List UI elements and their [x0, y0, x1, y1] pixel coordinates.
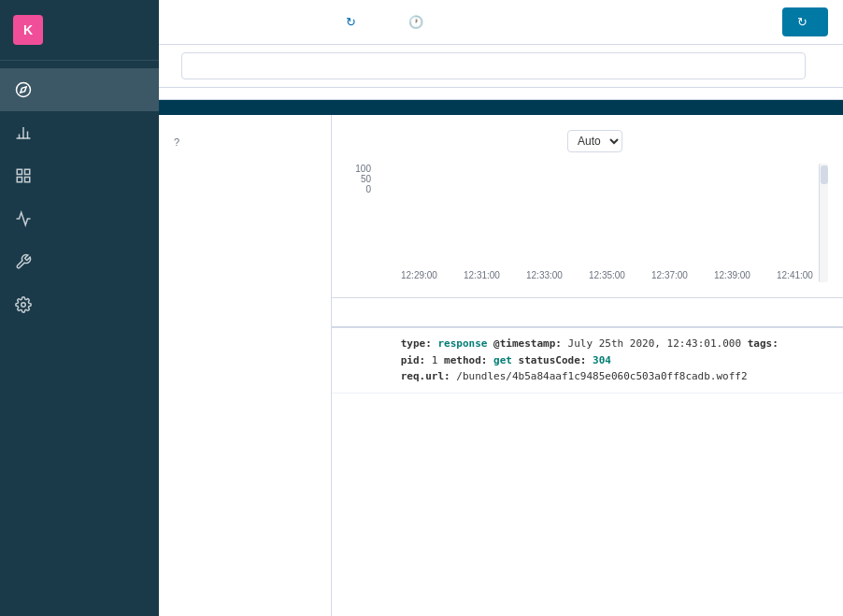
kibana-logo-icon: K: [13, 15, 43, 45]
main-content: ↻ 🕐 ↻ ?: [159, 0, 843, 616]
refresh-button[interactable]: ↻: [782, 7, 828, 36]
source-key-pid: pid:: [401, 354, 426, 366]
available-fields-title: [159, 150, 331, 162]
results-table: type: response @timestamp: July 25th 202…: [332, 298, 843, 616]
chart-bars: [379, 164, 813, 266]
svg-rect-6: [17, 169, 21, 174]
share-button[interactable]: [279, 19, 293, 26]
sidebar-item-discover[interactable]: [0, 68, 159, 111]
source-col-header: [390, 298, 843, 327]
timelion-icon: [13, 208, 34, 229]
sidebar-item-management[interactable]: [0, 283, 159, 326]
refresh-icon: ↻: [797, 15, 807, 29]
options-button[interactable]: [813, 63, 828, 70]
new-button[interactable]: [189, 19, 204, 26]
source-key-status: statusCode:: [519, 354, 587, 366]
gear-icon: [13, 294, 34, 315]
time-nav-next[interactable]: [442, 21, 453, 24]
inspect-button[interactable]: [308, 19, 323, 26]
chart-y-axis: 100 50 0: [347, 164, 375, 194]
wrench-icon: [13, 251, 34, 272]
sidebar-item-dashboard[interactable]: [0, 154, 159, 197]
interval-select[interactable]: Auto 10s 30s 1m 5m: [567, 130, 622, 152]
source-val-type: response: [437, 337, 493, 350]
svg-point-0: [17, 83, 31, 97]
source-key-type: type:: [401, 337, 432, 350]
source-val-pid: 1: [432, 354, 444, 366]
index-pattern-bar: [159, 100, 843, 115]
open-button[interactable]: [249, 19, 264, 26]
dashboard-icon: [13, 165, 34, 186]
sidebar-nav: [0, 61, 159, 616]
kibana-toolbar: ↻ 🕐 ↻: [159, 0, 843, 45]
sidebar-item-devtools[interactable]: [0, 240, 159, 283]
compass-icon: [13, 79, 34, 100]
svg-rect-8: [17, 178, 21, 182]
source-val-timestamp: July 25th 2020, 12:43:01.000: [568, 337, 748, 350]
svg-point-10: [21, 303, 26, 308]
right-panel: Auto 10s 30s 1m 5m 100 50 0: [332, 115, 843, 616]
sidebar-item-visualize[interactable]: [0, 111, 159, 154]
svg-rect-9: [25, 178, 30, 182]
source-val-method: get: [493, 354, 519, 366]
auto-refresh-button[interactable]: ↻: [338, 11, 367, 33]
data-table: type: response @timestamp: July 25th 202…: [332, 298, 843, 394]
fields-panel: ?: [159, 115, 332, 616]
chart-area: Auto 10s 30s 1m 5m 100 50 0: [332, 115, 843, 298]
time-col-header[interactable]: [360, 298, 390, 327]
time-cell: [360, 327, 390, 393]
chart-scrollbar[interactable]: [819, 164, 828, 282]
search-input[interactable]: [181, 52, 806, 79]
expand-col-header: [332, 298, 360, 327]
source-key-timestamp: @timestamp:: [493, 337, 562, 350]
chart-header: Auto 10s 30s 1m 5m: [347, 130, 828, 152]
source-key-method: method:: [444, 354, 487, 366]
filter-bar: [159, 88, 843, 100]
source-val-url: /bundles/4b5a84aaf1c9485e060c503a0ff8cad…: [456, 370, 747, 382]
scrollbar-thumb: [821, 165, 828, 184]
sidebar-item-timelion[interactable]: [0, 197, 159, 240]
table-row: type: response @timestamp: July 25th 202…: [332, 327, 843, 393]
source-key-tags: tags:: [748, 337, 779, 350]
refresh-cycle-icon: ↻: [346, 15, 356, 29]
search-bar: [159, 45, 843, 88]
bar-chart-icon: [13, 122, 34, 143]
content-area: ? Auto 10s 30s 1m 5: [159, 115, 843, 616]
sidebar: K: [0, 0, 159, 616]
save-button[interactable]: [219, 19, 234, 26]
svg-rect-7: [25, 169, 30, 174]
time-nav-prev[interactable]: [382, 21, 393, 24]
selected-fields-title: [159, 122, 331, 134]
source-cell: type: response @timestamp: July 25th 202…: [390, 327, 843, 393]
clock-icon: 🕐: [408, 15, 423, 29]
selected-field-source[interactable]: ?: [159, 134, 331, 150]
source-key-url: req.url:: [401, 370, 450, 382]
svg-marker-1: [21, 87, 26, 93]
time-picker[interactable]: 🕐: [408, 15, 427, 29]
chart-x-axis: 12:29:00 12:31:00 12:33:00 12:35:00 12:3…: [379, 266, 813, 280]
sidebar-logo: K: [0, 0, 159, 61]
source-val-status: 304: [593, 354, 611, 366]
